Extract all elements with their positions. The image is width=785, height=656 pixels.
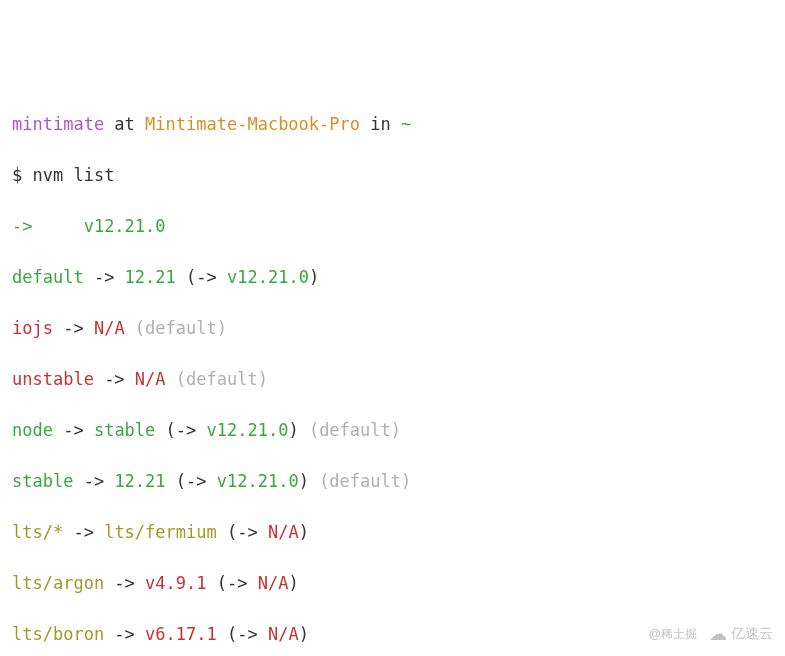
watermark: @稀土掘 ☁ 亿速云: [649, 623, 773, 644]
prompt-symbol: $: [12, 165, 32, 185]
output-stable: stable -> 12.21 (-> v12.21.0) (default): [12, 469, 773, 495]
prompt-host: Mintimate-Macbook-Pro: [145, 114, 360, 134]
output-unstable: unstable -> N/A (default): [12, 367, 773, 393]
watermark-brand: 亿速云: [731, 623, 773, 644]
current-version: v12.21.0: [84, 216, 166, 236]
output-current: -> v12.21.0: [12, 214, 773, 240]
prompt-line-1: mintimate at Mintimate-Macbook-Pro in ~: [12, 112, 773, 138]
output-lts-argon: lts/argon -> v4.9.1 (-> N/A): [12, 571, 773, 597]
output-lts-star: lts/* -> lts/fermium (-> N/A): [12, 520, 773, 546]
command-line-1: $ nvm list: [12, 163, 773, 189]
cloud-icon: ☁: [709, 625, 727, 643]
command-nvm-list: nvm list: [32, 165, 114, 185]
prompt-path: ~: [401, 114, 411, 134]
output-node: node -> stable (-> v12.21.0) (default): [12, 418, 773, 444]
output-iojs: iojs -> N/A (default): [12, 316, 773, 342]
watermark-brand-logo: ☁ 亿速云: [709, 623, 773, 644]
prompt-user: mintimate: [12, 114, 104, 134]
output-default: default -> 12.21 (-> v12.21.0): [12, 265, 773, 291]
watermark-author: @稀土掘: [649, 625, 697, 643]
